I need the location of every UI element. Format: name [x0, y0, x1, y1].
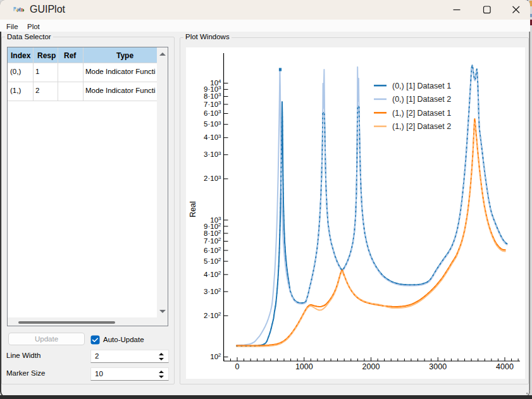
svg-text:102: 102: [210, 352, 221, 360]
svg-text:5·103: 5·103: [204, 120, 221, 128]
svg-text:6·103: 6·103: [204, 109, 221, 117]
svg-text:(1,) [2] Dataset 2: (1,) [2] Dataset 2: [392, 122, 451, 131]
svg-text:3000: 3000: [429, 362, 447, 371]
svg-text:2·103: 2·103: [204, 175, 221, 183]
svg-text:7·102: 7·102: [204, 236, 221, 245]
svg-text:4·102: 4·102: [204, 270, 221, 278]
svg-text:4·103: 4·103: [204, 133, 221, 142]
svg-text:6·102: 6·102: [204, 246, 221, 254]
svg-text:1000: 1000: [295, 362, 313, 371]
svg-text:2·102: 2·102: [204, 311, 221, 319]
svg-text:2000: 2000: [362, 362, 380, 371]
svg-text:Real: Real: [189, 201, 197, 218]
svg-text:(1,) [2] Dataset 1: (1,) [2] Dataset 1: [392, 109, 451, 118]
svg-text:4000: 4000: [496, 362, 514, 371]
svg-text:(0,) [1] Dataset 2: (0,) [1] Dataset 2: [392, 95, 451, 104]
svg-text:5·102: 5·102: [204, 257, 221, 265]
svg-text:3·103: 3·103: [204, 150, 221, 159]
svg-text:8·103: 8·103: [204, 92, 221, 100]
svg-text:8·102: 8·102: [204, 229, 221, 237]
svg-text:(0,) [1] Dataset 1: (0,) [1] Dataset 1: [392, 82, 451, 90]
svg-text:7·103: 7·103: [204, 100, 221, 108]
svg-text:0: 0: [235, 362, 240, 371]
svg-text:3·102: 3·102: [204, 287, 221, 295]
